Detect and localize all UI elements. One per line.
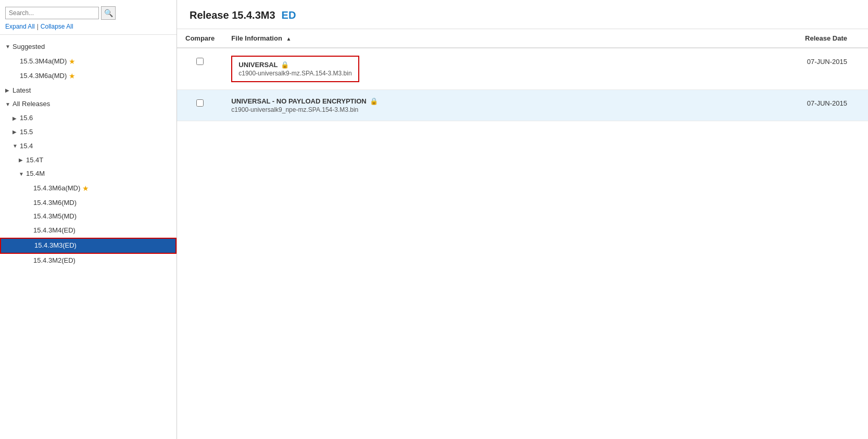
tree-label-suggested: Suggested bbox=[12, 42, 45, 53]
col-file-info: File Information ▲ bbox=[223, 29, 795, 48]
file-name-2: UNIVERSAL - NO PAYLOAD ENCRYPTION 🔒 bbox=[231, 97, 787, 105]
tree-arrow-latest: ▶ bbox=[5, 86, 10, 95]
table-row-2: UNIVERSAL - NO PAYLOAD ENCRYPTION 🔒 c190… bbox=[177, 90, 868, 121]
lock-icon-2: 🔒 bbox=[370, 97, 378, 105]
main-content: Release 15.4.3M3 ED Compare File Informa… bbox=[177, 0, 868, 439]
file-table: Compare File Information ▲ Release Date … bbox=[177, 29, 868, 121]
search-icon: 🔍 bbox=[104, 9, 113, 17]
star-icon-1543m6a: ★ bbox=[82, 183, 89, 194]
tree-item-1543m6[interactable]: 15.4.3M6(MD) bbox=[0, 196, 177, 210]
sidebar-top: 🔍 Expand All | Collapse All bbox=[0, 0, 177, 35]
tree-item-1543m5[interactable]: 15.4.3M5(MD) bbox=[0, 210, 177, 224]
tree-label-1543m6a_sug: 15.4.3M6a(MD) bbox=[20, 71, 67, 82]
file-name-1: UNIVERSAL 🔒 bbox=[238, 61, 351, 69]
search-input[interactable] bbox=[5, 7, 99, 19]
tree-arrow-15_4m: ▼ bbox=[19, 170, 24, 178]
tree-arrow-suggested: ▼ bbox=[5, 43, 10, 51]
file-table-container: Compare File Information ▲ Release Date … bbox=[177, 29, 868, 439]
star-icon-15553m4a: ★ bbox=[69, 56, 76, 67]
tree-arrow-15_5: ▶ bbox=[12, 128, 18, 136]
separator: | bbox=[37, 23, 39, 30]
star-icon-1543m6a_sug: ★ bbox=[69, 70, 76, 82]
tree-item-15_4m[interactable]: ▼15.4M bbox=[0, 167, 177, 181]
tree-label-1543m6: 15.4.3M6(MD) bbox=[33, 198, 77, 209]
main-header: Release 15.4.3M3 ED bbox=[177, 0, 868, 29]
tree-label-15553m4a: 15.5.3M4a(MD) bbox=[20, 56, 67, 67]
tree-label-1543m6a: 15.4.3M6a(MD) bbox=[33, 183, 80, 194]
date-cell-2: 07-JUN-2015 bbox=[795, 90, 868, 121]
sort-arrow-icon: ▲ bbox=[286, 36, 291, 42]
tree-arrow-15_6: ▶ bbox=[12, 114, 18, 123]
compare-checkbox-2[interactable] bbox=[196, 99, 204, 107]
tree-label-15_6: 15.6 bbox=[20, 113, 33, 124]
col-compare: Compare bbox=[177, 29, 223, 48]
lock-icon-1: 🔒 bbox=[281, 61, 289, 69]
tree: ▼Suggested15.5.3M4a(MD)★15.4.3M6a(MD)★▶L… bbox=[0, 35, 177, 439]
table-header-row: Compare File Information ▲ Release Date bbox=[177, 29, 868, 48]
table-row-1: UNIVERSAL 🔒 c1900-universalk9-mz.SPA.154… bbox=[177, 48, 868, 90]
tree-arrow-15_4t: ▶ bbox=[19, 156, 24, 164]
expand-all-link[interactable]: Expand All bbox=[5, 23, 35, 30]
release-title: Release 15.4.3M3 bbox=[190, 9, 275, 21]
compare-checkbox-1[interactable] bbox=[196, 58, 204, 65]
tree-item-1543m6a[interactable]: 15.4.3M6a(MD)★ bbox=[0, 181, 177, 196]
tree-label-all_releases: All Releases bbox=[12, 99, 50, 110]
tree-item-all_releases[interactable]: ▼All Releases bbox=[0, 97, 177, 111]
tree-label-latest: Latest bbox=[12, 85, 31, 96]
file-info-cell-1: UNIVERSAL 🔒 c1900-universalk9-mz.SPA.154… bbox=[223, 48, 795, 90]
tree-arrow-all_releases: ▼ bbox=[5, 100, 10, 109]
expand-collapse-row: Expand All | Collapse All bbox=[5, 23, 171, 30]
compare-cell-2 bbox=[177, 90, 223, 121]
tree-item-15_4t[interactable]: ▶15.4T bbox=[0, 153, 177, 167]
tree-label-15_4t: 15.4T bbox=[26, 155, 43, 166]
file-info-box-1: UNIVERSAL 🔒 c1900-universalk9-mz.SPA.154… bbox=[231, 56, 359, 82]
release-tag: ED bbox=[282, 9, 296, 21]
table-body: UNIVERSAL 🔒 c1900-universalk9-mz.SPA.154… bbox=[177, 48, 868, 121]
file-info-2: UNIVERSAL - NO PAYLOAD ENCRYPTION 🔒 c190… bbox=[231, 97, 787, 113]
tree-label-15_4: 15.4 bbox=[20, 141, 33, 152]
search-button[interactable]: 🔍 bbox=[101, 6, 116, 20]
collapse-all-link[interactable]: Collapse All bbox=[41, 23, 73, 30]
tree-label-1543m4: 15.4.3M4(ED) bbox=[33, 225, 76, 236]
tree-label-15_4m: 15.4M bbox=[26, 169, 45, 179]
tree-arrow-15_4: ▼ bbox=[12, 142, 18, 150]
tree-label-1543m2: 15.4.3M2(ED) bbox=[33, 255, 76, 266]
tree-item-1543m2[interactable]: 15.4.3M2(ED) bbox=[0, 254, 177, 268]
search-row: 🔍 bbox=[5, 6, 171, 20]
tree-item-15_4[interactable]: ▼15.4 bbox=[0, 139, 177, 153]
col-date: Release Date bbox=[795, 29, 868, 48]
compare-cell-1 bbox=[177, 48, 223, 90]
file-path-1: c1900-universalk9-mz.SPA.154-3.M3.bin bbox=[238, 70, 351, 77]
tree-item-15_6[interactable]: ▶15.6 bbox=[0, 111, 177, 125]
tree-item-15553m4a[interactable]: 15.5.3M4a(MD)★ bbox=[0, 54, 177, 69]
file-path-2: c1900-universalk9_npe-mz.SPA.154-3.M3.bi… bbox=[231, 106, 787, 113]
tree-label-1543m3: 15.4.3M3(ED) bbox=[34, 240, 77, 251]
tree-item-1543m3[interactable]: 15.4.3M3(ED) bbox=[0, 238, 177, 254]
date-cell-1: 07-JUN-2015 bbox=[795, 48, 868, 90]
tree-label-15_5: 15.5 bbox=[20, 127, 33, 138]
sidebar: 🔍 Expand All | Collapse All ▼Suggested15… bbox=[0, 0, 177, 439]
tree-item-15_5[interactable]: ▶15.5 bbox=[0, 125, 177, 139]
tree-item-1543m6a_sug[interactable]: 15.4.3M6a(MD)★ bbox=[0, 69, 177, 83]
file-info-cell-2: UNIVERSAL - NO PAYLOAD ENCRYPTION 🔒 c190… bbox=[223, 90, 795, 121]
tree-item-latest[interactable]: ▶Latest bbox=[0, 84, 177, 98]
tree-label-1543m5: 15.4.3M5(MD) bbox=[33, 211, 77, 222]
tree-item-suggested[interactable]: ▼Suggested bbox=[0, 40, 177, 54]
tree-item-1543m4[interactable]: 15.4.3M4(ED) bbox=[0, 224, 177, 238]
